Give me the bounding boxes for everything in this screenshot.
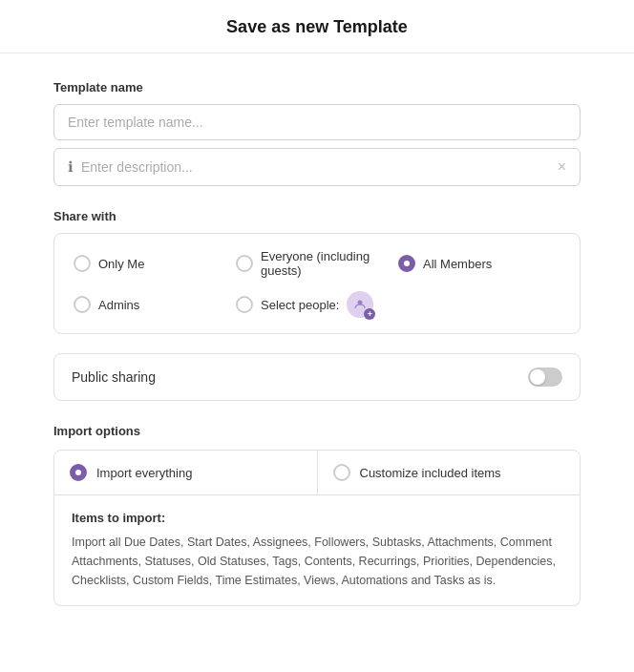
radio-admins[interactable]: Admins xyxy=(74,291,236,318)
radio-label-admins: Admins xyxy=(98,298,139,312)
radio-label-only-me: Only Me xyxy=(98,257,144,271)
items-to-import-text: Import all Due Dates, Start Dates, Assig… xyxy=(72,533,562,590)
import-options-label: Import options xyxy=(53,424,581,438)
radio-everyone[interactable]: Everyone (including guests) xyxy=(236,249,398,278)
info-icon: ℹ xyxy=(68,158,74,176)
customize-label: Customize included items xyxy=(360,466,501,480)
radio-circle-all-members xyxy=(398,255,415,272)
modal-body: Template name ℹ Enter description... × S… xyxy=(0,53,634,633)
template-name-input[interactable] xyxy=(53,104,581,140)
import-option-customize[interactable]: Customize included items xyxy=(318,451,581,494)
radio-circle-only-me xyxy=(74,255,91,272)
radio-circle-select-people xyxy=(236,296,253,313)
radio-select-people[interactable]: Select people: + xyxy=(236,291,398,318)
template-name-label: Template name xyxy=(53,80,581,94)
radio-all-members[interactable]: All Members xyxy=(398,249,560,278)
description-placeholder: Enter description... xyxy=(81,159,550,175)
avatar-add-badge-icon: + xyxy=(364,308,375,320)
public-sharing-toggle[interactable] xyxy=(528,368,562,387)
radio-circle-admins xyxy=(74,296,91,313)
public-sharing-section: Public sharing xyxy=(53,353,581,401)
radio-label-everyone: Everyone (including guests) xyxy=(261,249,398,278)
radio-label-all-members: All Members xyxy=(423,257,492,271)
items-to-import-header: Items to import: xyxy=(72,511,562,525)
avatar-add-button[interactable]: + xyxy=(347,291,373,318)
import-option-everything[interactable]: Import everything xyxy=(54,451,318,494)
import-options-row: Import everything Customize included ite… xyxy=(53,450,581,495)
public-sharing-label: Public sharing xyxy=(72,369,156,385)
radio-only-me[interactable]: Only Me xyxy=(74,249,236,278)
template-name-section: Template name ℹ Enter description... × xyxy=(53,80,581,186)
import-everything-label: Import everything xyxy=(96,466,192,480)
modal-title: Save as new Template xyxy=(19,17,615,37)
share-with-section: Share with Only Me Everyone (including g… xyxy=(53,209,581,334)
share-with-label: Share with xyxy=(53,209,581,223)
description-clear-icon[interactable]: × xyxy=(558,158,566,176)
share-with-box: Only Me Everyone (including guests) All … xyxy=(53,233,581,334)
modal-header: Save as new Template xyxy=(0,0,634,53)
import-options-section: Import options Import everything Customi… xyxy=(53,424,581,606)
radio-circle-customize xyxy=(333,464,350,481)
radio-circle-import-everything xyxy=(70,464,87,481)
description-row[interactable]: ℹ Enter description... × xyxy=(53,148,581,186)
radio-label-select-people: Select people: xyxy=(261,298,339,312)
share-options-grid: Only Me Everyone (including guests) All … xyxy=(74,249,560,318)
radio-circle-everyone xyxy=(236,255,253,272)
items-to-import-box: Items to import: Import all Due Dates, S… xyxy=(53,495,581,606)
modal-container: Save as new Template Template name ℹ Ent… xyxy=(0,0,634,672)
